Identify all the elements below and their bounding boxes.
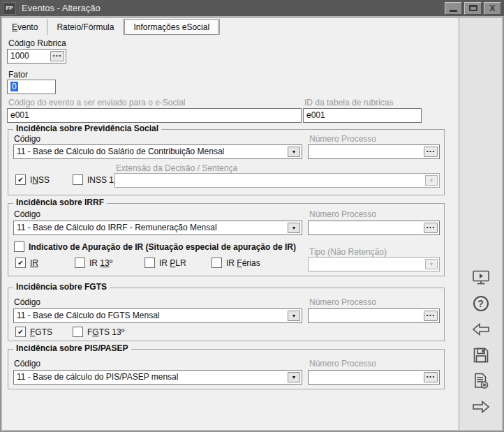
checkbox-fgts-label: FGTS	[30, 327, 52, 337]
window-title: Eventos - Alteração	[22, 3, 101, 13]
irrf-tipo-select: ▼	[308, 257, 440, 271]
checkbox-ir-13-label: IR 13º	[89, 258, 112, 268]
irrf-codigo-select[interactable]: 11 - Base de Cálculo do IRRF - Remuneraç…	[13, 221, 302, 235]
pis-codigo-value: 11 - Base de cálculo do PIS/PASEP mensal	[17, 372, 178, 382]
tab-esocial-label: Informações eSocial	[133, 22, 209, 32]
fgts-processo-label: Número Processo	[309, 297, 376, 307]
sidebar-icons: ?	[459, 268, 502, 416]
window-eventos-alteracao: FP Eventos - Alteração X Evento Rateio/F…	[0, 0, 504, 432]
id-tabela-input[interactable]: e001	[303, 108, 422, 123]
tab-rateio-formula[interactable]: Rateio/Fórmula	[48, 20, 122, 34]
extensao-select: ▼	[114, 173, 440, 188]
group-irrf: Incidência sobre IRRF Código 11 - Base d…	[8, 203, 445, 276]
checkbox-box[interactable]	[75, 258, 85, 268]
irrf-processo-label: Número Processo	[309, 209, 376, 219]
checkbox-ir-ferias-label: IR Férias	[226, 258, 260, 268]
fgts-processo-input[interactable]: ...	[308, 308, 440, 323]
maximize-icon	[469, 5, 477, 11]
pis-processo-label: Número Processo	[309, 359, 376, 368]
id-tabela-label: ID da tabela de rubricas	[304, 98, 393, 107]
checkbox-box[interactable]	[212, 258, 222, 268]
checkbox-box[interactable]: ✔	[15, 174, 26, 185]
irrf-codigo-label: Código	[14, 209, 40, 219]
irrf-codigo-value: 11 - Base de Cálculo do IRRF - Remuneraç…	[17, 223, 217, 232]
previdencia-processo-input[interactable]: ...	[308, 144, 440, 159]
checkbox-ir-plr-label: IR PLR	[159, 258, 186, 268]
checkbox-box[interactable]	[14, 241, 24, 252]
checkbox-indicativo-apuracao[interactable]: Indicativo de Apuração de IR (Situação e…	[14, 241, 296, 252]
codigo-rubrica-lookup-button[interactable]: ...	[50, 51, 64, 61]
minimize-button[interactable]	[445, 2, 462, 15]
pis-processo-lookup-button[interactable]: ...	[424, 372, 438, 382]
ellipsis-icon: ...	[426, 373, 435, 378]
previdencia-codigo-select[interactable]: 11 - Base de Cálculo do Salário de Contr…	[13, 144, 302, 159]
fator-value: 0	[10, 82, 18, 91]
checkbox-ir-13[interactable]: IR 13º	[75, 258, 112, 268]
codigo-rubrica-label: Código Rubrica	[8, 38, 66, 48]
dropdown-arrow-icon[interactable]: ▼	[288, 311, 300, 321]
checkbox-ir-plr[interactable]: IR PLR	[144, 258, 186, 268]
arrow-right-icon[interactable]	[470, 397, 491, 416]
previdencia-processo-label: Número Processo	[309, 134, 376, 144]
window-controls: X	[445, 2, 501, 15]
checkbox-box[interactable]	[73, 174, 83, 185]
pis-processo-input[interactable]: ...	[308, 370, 440, 385]
monitor-play-icon[interactable]	[470, 268, 491, 287]
ellipsis-icon: ...	[426, 223, 435, 228]
previdencia-processo-lookup-button[interactable]: ...	[424, 147, 438, 157]
checkbox-box[interactable]	[144, 258, 155, 268]
arrow-left-icon[interactable]	[470, 320, 491, 338]
checkbox-box[interactable]	[73, 327, 83, 337]
codigo-evento-label: Código do evento a ser enviado para o e-…	[8, 98, 186, 107]
group-fgts: Incidência sobre FGTS Código 11 - Base d…	[8, 288, 445, 341]
checkbox-fgts-13[interactable]: FGTS 13º	[73, 327, 124, 337]
maximize-button[interactable]	[464, 2, 482, 15]
checkbox-ir-ferias[interactable]: IR Férias	[212, 258, 260, 268]
previdencia-codigo-value: 11 - Base de Cálculo do Salário de Contr…	[17, 147, 224, 156]
dropdown-arrow-icon[interactable]: ▼	[288, 372, 300, 382]
group-previdencia-title: Incidência sobre Previdência Social	[13, 124, 161, 133]
group-pis-pasep: Incidência sobre PIS/PASEP Código 11 - B…	[8, 349, 445, 389]
document-cancel-icon[interactable]	[470, 371, 491, 390]
fator-input[interactable]: 0	[7, 80, 56, 94]
tab-rateio-label: Rateio/Fórmula	[57, 22, 114, 32]
question-glyph: ?	[477, 298, 484, 309]
dropdown-arrow-icon[interactable]: ▼	[288, 223, 300, 233]
tab-evento[interactable]: Evento	[3, 20, 46, 34]
checkbox-inss-label: INSS	[30, 175, 50, 185]
help-icon[interactable]: ?	[470, 294, 491, 313]
group-previdencia: Incidência sobre Previdência Social Códi…	[8, 129, 445, 195]
tab-separator	[47, 19, 47, 35]
close-button[interactable]: X	[484, 2, 501, 15]
fator-label: Fator	[8, 70, 28, 80]
group-pis-title: Incidência sobre PIS/PASEP	[13, 343, 131, 353]
check-icon: ✔	[17, 177, 23, 184]
tab-bar: Evento Rateio/Fórmula Informações eSocia…	[3, 18, 221, 36]
minimize-icon	[450, 10, 457, 12]
checkbox-fgts[interactable]: ✔ FGTS	[15, 327, 52, 337]
checkbox-ir-label: IR	[30, 258, 38, 268]
checkbox-box[interactable]: ✔	[15, 327, 26, 337]
irrf-tipo-label: Tipo (Não Retenção)	[309, 247, 387, 257]
tab-informacoes-esocial[interactable]: Informações eSocial	[124, 19, 218, 35]
codigo-rubrica-input[interactable]: 1000 ...	[7, 49, 66, 64]
codigo-evento-value: e001	[10, 110, 29, 120]
checkbox-box[interactable]: ✔	[15, 258, 26, 268]
save-icon[interactable]	[470, 345, 491, 364]
codigo-evento-input[interactable]: e001	[7, 108, 302, 123]
dropdown-arrow-icon[interactable]: ▼	[288, 147, 300, 157]
fgts-codigo-value: 11 - Base de Cálculo do FGTS Mensal	[17, 311, 160, 320]
fgts-codigo-select[interactable]: 11 - Base de Cálculo do FGTS Mensal ▼	[13, 308, 302, 323]
checkbox-inss[interactable]: ✔ INSS	[15, 174, 50, 185]
irrf-processo-lookup-button[interactable]: ...	[424, 223, 438, 233]
id-tabela-value: e001	[306, 110, 325, 120]
ellipsis-icon: ...	[52, 52, 61, 57]
checkbox-ir[interactable]: ✔ IR	[15, 258, 38, 268]
irrf-processo-input[interactable]: ...	[308, 221, 440, 235]
fgts-processo-lookup-button[interactable]: ...	[424, 311, 438, 321]
group-irrf-title: Incidência sobre IRRF	[13, 198, 107, 207]
fgts-codigo-label: Código	[14, 297, 40, 307]
tab-separator	[219, 19, 220, 35]
action-sidebar: ?	[459, 18, 502, 430]
pis-codigo-select[interactable]: 11 - Base de cálculo do PIS/PASEP mensal…	[13, 370, 302, 385]
